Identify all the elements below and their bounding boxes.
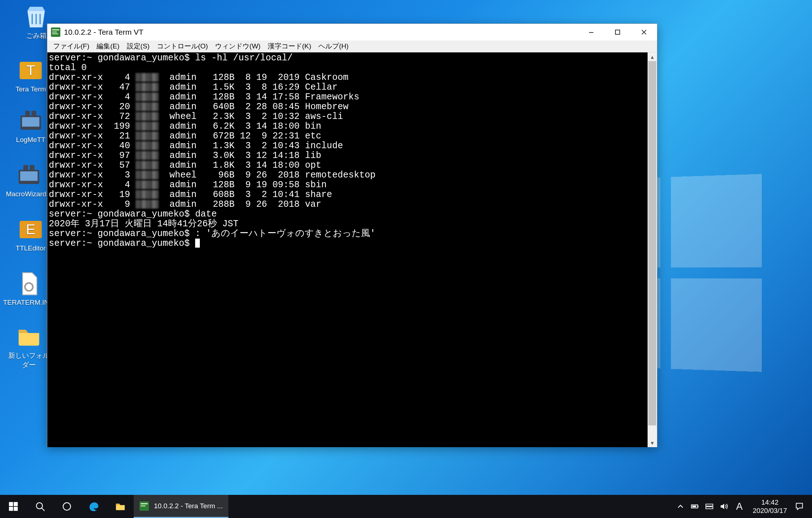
svg-rect-21 <box>9 507 13 511</box>
svg-rect-32 <box>706 504 713 506</box>
maximize-button[interactable] <box>604 24 631 40</box>
terminal-line: server:~ gondawara_yumeko$ <box>49 239 646 248</box>
menu-file[interactable]: ファイル(F) <box>50 40 93 52</box>
logmett-shortcut-icon[interactable]: LogMeTT <box>9 108 52 144</box>
svg-rect-16 <box>52 33 58 34</box>
icon-label: MacroWizard... <box>6 190 52 198</box>
svg-text:E: E <box>26 221 35 237</box>
tray-network-icon[interactable] <box>702 502 717 511</box>
redacted-owner <box>136 200 159 209</box>
titlebar[interactable]: 10.0.2.2 - Tera Term VT <box>47 24 657 40</box>
scrollbar[interactable]: ▴ ▾ <box>648 52 657 447</box>
redacted-owner <box>136 132 159 140</box>
icon-label: LogMeTT <box>16 136 45 144</box>
menu-kanji[interactable]: 漢字コード(K) <box>264 40 315 52</box>
window-title: 10.0.2.2 - Tera Term VT <box>64 28 143 37</box>
menu-window[interactable]: ウィンドウ(W) <box>211 40 264 52</box>
scroll-up-icon[interactable]: ▴ <box>648 52 657 61</box>
svg-rect-4 <box>25 111 30 116</box>
terminal-line: drwxr-xr-x 4 admin 128B 9 19 09:58 sbin <box>49 180 646 190</box>
terminal-line: drwxr-xr-x 97 admin 3.0K 3 12 14:18 lib <box>49 151 646 160</box>
tray-action-center-icon[interactable] <box>792 502 807 511</box>
svg-rect-7 <box>20 171 38 181</box>
redacted-owner <box>136 151 159 160</box>
redacted-owner <box>136 180 159 189</box>
terminal-line: drwxr-xr-x 57 admin 1.8K 3 14 18:00 opt <box>49 160 646 170</box>
close-button[interactable] <box>631 24 657 40</box>
terminal-line: drwxr-xr-x 3 wheel 96B 9 26 2018 remoted… <box>49 170 646 180</box>
svg-rect-22 <box>14 507 18 511</box>
svg-text:T: T <box>26 62 35 78</box>
new-folder-icon[interactable]: 新しいフォルダー <box>7 324 51 370</box>
svg-rect-14 <box>52 29 59 30</box>
svg-rect-27 <box>141 503 148 504</box>
icon-label: ごみ箱 <box>26 31 47 40</box>
edge-button[interactable] <box>80 495 107 518</box>
svg-rect-17 <box>589 32 593 33</box>
svg-rect-5 <box>31 111 36 116</box>
redacted-owner <box>136 93 159 101</box>
svg-rect-31 <box>692 506 696 507</box>
teraterm-app-icon <box>51 27 60 37</box>
terminal[interactable]: server:~ gondawara_yumeko$ ls -hl /usr/l… <box>47 52 648 447</box>
task-title: 10.0.2.2 - Tera Term ... <box>154 502 223 510</box>
terminal-line: drwxr-xr-x 19 admin 608B 3 2 10:41 share <box>49 190 646 200</box>
ttleditor-shortcut-icon[interactable]: E TTLEditor <box>9 217 52 252</box>
search-button[interactable] <box>27 495 53 518</box>
redacted-owner <box>136 171 159 179</box>
icon-label: TTLEditor <box>16 244 46 252</box>
teraterm-task-icon <box>139 501 149 511</box>
macrowizard-shortcut-icon[interactable]: MacroWizard... <box>7 163 51 198</box>
taskbar-task-teraterm[interactable]: 10.0.2.2 - Tera Term ... <box>134 495 228 518</box>
scroll-thumb[interactable] <box>648 61 656 425</box>
teraterm-ini-icon[interactable]: TERATERM.IN... <box>7 271 51 307</box>
terminal-line: 2020年 3月17日 火曜日 14時41分26秒 JST <box>49 219 646 229</box>
menu-help[interactable]: ヘルプ(H) <box>315 40 352 52</box>
svg-rect-20 <box>14 502 18 506</box>
minimize-button[interactable] <box>578 24 604 40</box>
terminal-line: drwxr-xr-x 199 admin 6.2K 3 14 18:00 bin <box>49 121 646 131</box>
terminal-body: server:~ gondawara_yumeko$ ls -hl /usr/l… <box>47 52 657 447</box>
redacted-owner <box>136 73 159 82</box>
terminal-line: drwxr-xr-x 40 admin 1.3K 3 2 10:43 inclu… <box>49 141 646 151</box>
redacted-owner <box>136 161 159 170</box>
tray-time: 14:42 <box>761 498 779 506</box>
explorer-button[interactable] <box>107 495 134 518</box>
menu-setup[interactable]: 設定(S) <box>123 40 153 52</box>
redacted-owner <box>136 122 159 130</box>
terminal-line: drwxr-xr-x 4 admin 128B 3 14 17:58 Frame… <box>49 92 646 102</box>
tray-datetime[interactable]: 14:42 2020/03/17 <box>748 498 792 515</box>
redacted-owner <box>136 83 159 91</box>
system-tray[interactable]: A 14:42 2020/03/17 <box>672 495 812 518</box>
menu-control[interactable]: コントロール(O) <box>153 40 211 52</box>
tray-ime-indicator[interactable]: A <box>731 501 748 512</box>
terminal-line: drwxr-xr-x 21 admin 672B 12 9 22:31 etc <box>49 131 646 141</box>
scroll-down-icon[interactable]: ▾ <box>648 438 657 447</box>
cortana-button[interactable] <box>53 495 80 518</box>
tray-volume-icon[interactable] <box>717 502 731 511</box>
svg-point-25 <box>63 503 71 510</box>
redacted-owner <box>136 112 159 121</box>
svg-rect-28 <box>141 505 145 506</box>
redacted-owner <box>136 102 159 111</box>
teraterm-shortcut-icon[interactable]: T Tera Term <box>9 58 52 93</box>
svg-rect-33 <box>706 507 713 509</box>
teraterm-window[interactable]: 10.0.2.2 - Tera Term VT ファイル(F) 編集(E) 設定… <box>47 23 657 447</box>
start-button[interactable] <box>0 495 27 518</box>
icon-label: Tera Term <box>16 85 46 93</box>
redacted-owner <box>136 190 159 199</box>
svg-rect-19 <box>9 502 13 506</box>
menu-edit[interactable]: 編集(E) <box>93 40 123 52</box>
taskbar[interactable]: 10.0.2.2 - Tera Term ... A 14:42 2020/03… <box>0 495 812 518</box>
svg-rect-18 <box>615 30 620 34</box>
terminal-line: server:~ gondawara_yumeko$ ls -hl /usr/l… <box>49 53 646 63</box>
svg-point-23 <box>36 503 43 509</box>
tray-chevron-icon[interactable] <box>673 502 688 511</box>
tray-battery-icon[interactable] <box>688 502 702 511</box>
terminal-line: drwxr-xr-x 72 wheel 2.3K 3 2 10:32 aws-c… <box>49 112 646 121</box>
terminal-cursor <box>195 239 200 248</box>
desktop[interactable]: ごみ箱 T Tera Term LogMeTT MacroWizard... E… <box>0 0 812 518</box>
terminal-line: server:~ gondawara_yumeko$ date <box>49 209 646 219</box>
menubar[interactable]: ファイル(F) 編集(E) 設定(S) コントロール(O) ウィンドウ(W) 漢… <box>47 40 657 52</box>
terminal-line: drwxr-xr-x 9 admin 288B 9 26 2018 var <box>49 200 646 209</box>
